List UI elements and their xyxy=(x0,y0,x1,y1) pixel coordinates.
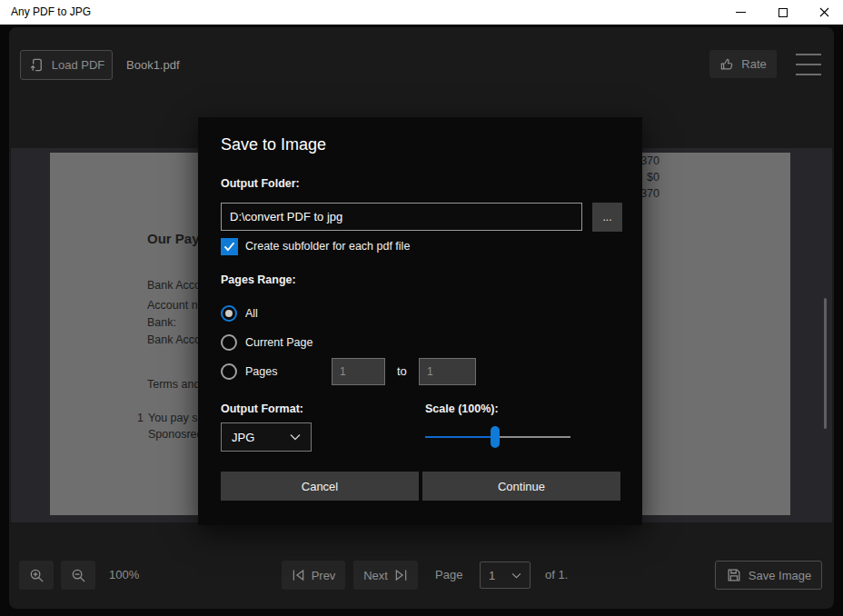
page-from-input[interactable] xyxy=(332,358,385,385)
radio-unselected-icon xyxy=(221,334,237,351)
doc-line: Sponosred xyxy=(148,428,203,441)
radio-selected-icon xyxy=(221,305,237,322)
radio-option-all[interactable]: All xyxy=(221,304,258,322)
scale-label: Scale (100%): xyxy=(425,402,499,415)
zoom-level: 100% xyxy=(109,561,139,590)
zoom-out-button[interactable] xyxy=(61,561,95,590)
load-pdf-icon xyxy=(28,56,45,74)
save-image-button[interactable]: Save Image xyxy=(715,561,822,590)
rate-button[interactable]: Rate xyxy=(709,50,777,78)
doc-heading: Our Pay xyxy=(147,231,200,246)
subfolder-checkbox[interactable] xyxy=(221,238,238,255)
maximize-icon xyxy=(779,8,788,17)
page-to-input[interactable] xyxy=(419,358,476,385)
next-page-button[interactable]: Next xyxy=(353,561,418,590)
window-title: Any PDF to JPG xyxy=(11,0,91,25)
radio-all-label: All xyxy=(245,307,258,320)
page-number-dropdown[interactable]: 1 xyxy=(480,561,531,589)
titlebar: Any PDF to JPG xyxy=(0,0,843,25)
prev-label: Prev xyxy=(312,569,336,582)
subfolder-checkbox-label[interactable]: Create subfolder for each pdf file xyxy=(245,238,410,255)
slider-track-empty xyxy=(495,436,570,438)
save-to-image-dialog: Save to Image Output Folder: ... Create … xyxy=(198,117,642,525)
close-button[interactable] xyxy=(806,0,842,25)
save-image-label: Save Image xyxy=(749,569,811,582)
zoom-in-icon xyxy=(28,567,45,584)
page-count: of 1. xyxy=(545,561,568,590)
close-icon xyxy=(819,7,829,17)
radio-option-current-page[interactable]: Current Page xyxy=(221,333,312,351)
next-icon xyxy=(394,569,408,581)
current-filename: Book1.pdf xyxy=(126,50,180,80)
to-label: to xyxy=(397,358,407,385)
dialog-title: Save to Image xyxy=(221,135,326,154)
cancel-button[interactable]: Cancel xyxy=(221,472,419,501)
radio-option-pages[interactable]: Pages xyxy=(221,363,277,380)
pages-range-label: Pages Range: xyxy=(221,273,296,286)
rate-label: Rate xyxy=(741,57,766,71)
format-dropdown[interactable]: JPG xyxy=(221,422,312,452)
slider-track-filled xyxy=(425,436,495,438)
next-label: Next xyxy=(363,569,388,582)
zoom-out-icon xyxy=(70,567,87,584)
radio-unselected-icon xyxy=(221,363,237,380)
chevron-down-icon xyxy=(511,572,521,579)
doc-line: Bank Acco xyxy=(147,333,201,346)
doc-line: You pay s xyxy=(148,412,197,424)
page-number-value: 1 xyxy=(489,569,495,582)
prev-icon xyxy=(292,569,305,581)
scale-slider[interactable] xyxy=(425,422,570,452)
doc-line: Account n xyxy=(147,299,198,312)
doc-line: Bank Acco xyxy=(147,279,201,292)
minimize-icon xyxy=(736,12,746,13)
vertical-scrollbar-thumb[interactable] xyxy=(824,298,827,429)
page-label: Page xyxy=(435,561,462,590)
load-pdf-button[interactable]: Load PDF xyxy=(20,50,113,80)
format-value: JPG xyxy=(232,431,254,444)
load-pdf-label: Load PDF xyxy=(52,58,105,72)
prev-page-button[interactable]: Prev xyxy=(282,561,345,590)
doc-footnote-number: 1 xyxy=(137,412,144,424)
browse-folder-button[interactable]: ... xyxy=(592,203,622,232)
chevron-down-icon xyxy=(290,433,301,441)
maximize-button[interactable] xyxy=(765,0,801,25)
continue-button[interactable]: Continue xyxy=(422,472,620,501)
save-icon xyxy=(726,567,742,583)
menu-button[interactable] xyxy=(796,54,821,75)
output-folder-label: Output Folder: xyxy=(221,177,300,190)
minimize-button[interactable] xyxy=(722,0,759,25)
output-format-label: Output Format: xyxy=(221,402,303,415)
zoom-in-button[interactable] xyxy=(19,561,54,590)
radio-current-page-label: Current Page xyxy=(245,336,312,349)
thumbs-up-icon xyxy=(719,56,735,72)
hamburger-icon xyxy=(796,54,821,55)
doc-line: Bank: xyxy=(147,316,176,329)
checkmark-icon xyxy=(223,242,235,252)
app-window: Any PDF to JPG Load PDF Book1.pdf Rate O… xyxy=(0,0,843,616)
output-folder-input[interactable] xyxy=(221,203,582,231)
doc-line: Terms and xyxy=(147,378,200,391)
slider-thumb[interactable] xyxy=(491,426,500,448)
radio-pages-label: Pages xyxy=(245,365,277,378)
